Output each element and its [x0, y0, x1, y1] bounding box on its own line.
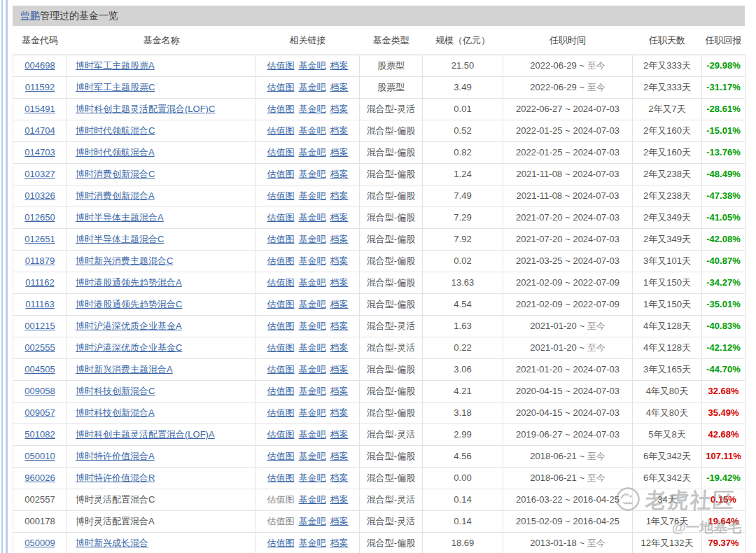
fund-code-link[interactable]: 011163 [25, 299, 54, 309]
fund-name-link[interactable]: 博时港股通领先趋势混合C [76, 299, 182, 309]
fund-name-link[interactable]: 博时新兴消费主题混合A [76, 364, 173, 374]
valuation-chart-link[interactable]: 估值图 [267, 321, 295, 331]
fund-code-link[interactable]: 014704 [24, 125, 55, 136]
fund-name-link[interactable]: 博时科创主题灵活配置混合(LOF)C [76, 104, 215, 114]
fund-name-link[interactable]: 博时沪港深优质企业基金C [76, 342, 182, 353]
fund-code-link[interactable]: 009058 [24, 386, 55, 396]
fund-bar-link[interactable]: 基金吧 [299, 364, 326, 374]
fund-bar-link[interactable]: 基金吧 [299, 60, 326, 71]
fund-bar-link[interactable]: 基金吧 [299, 516, 326, 526]
fund-name-link[interactable]: 博时军工主题股票A [76, 60, 155, 71]
fund-bar-link[interactable]: 基金吧 [299, 255, 326, 266]
fund-bar-link[interactable]: 基金吧 [299, 494, 326, 505]
fund-code-link[interactable]: 002555 [24, 342, 55, 353]
valuation-chart-link[interactable]: 估值图 [267, 342, 295, 353]
valuation-chart-link[interactable]: 估值图 [267, 212, 295, 223]
fund-archive-link[interactable]: 档案 [330, 82, 349, 92]
fund-bar-link[interactable]: 基金吧 [299, 82, 326, 92]
fund-code-link[interactable]: 960026 [24, 472, 55, 483]
fund-bar-link[interactable]: 基金吧 [299, 169, 326, 179]
fund-bar-link[interactable]: 基金吧 [299, 386, 326, 396]
valuation-chart-link[interactable]: 估值图 [267, 82, 295, 92]
fund-code-link[interactable]: 015491 [24, 104, 55, 114]
fund-name-link[interactable]: 博时消费创新混合C [76, 169, 155, 179]
fund-bar-link[interactable]: 基金吧 [299, 538, 326, 548]
fund-code-link[interactable]: 501082 [24, 429, 55, 440]
fund-archive-link[interactable]: 档案 [330, 407, 349, 418]
fund-archive-link[interactable]: 档案 [330, 255, 349, 266]
fund-archive-link[interactable]: 档案 [330, 321, 349, 331]
valuation-chart-link[interactable]: 估值图 [267, 538, 295, 548]
fund-archive-link[interactable]: 档案 [330, 169, 349, 179]
fund-archive-link[interactable]: 档案 [330, 277, 349, 288]
valuation-chart-link[interactable]: 估值图 [267, 277, 295, 288]
valuation-chart-link[interactable]: 估值图 [267, 234, 295, 244]
fund-bar-link[interactable]: 基金吧 [299, 451, 326, 461]
fund-code-link[interactable]: 014703 [24, 147, 55, 158]
fund-archive-link[interactable]: 档案 [330, 364, 349, 374]
valuation-chart-link[interactable]: 估值图 [267, 147, 295, 158]
valuation-chart-link[interactable]: 估值图 [267, 364, 295, 374]
fund-name-link[interactable]: 博时港股通领先趋势混合A [76, 277, 182, 288]
fund-name-link[interactable]: 博时半导体主题混合A [76, 212, 164, 223]
fund-archive-link[interactable]: 档案 [330, 125, 349, 136]
fund-archive-link[interactable]: 档案 [330, 60, 349, 71]
fund-name-link[interactable]: 博时科技创新混合A [76, 407, 155, 418]
fund-code-link[interactable]: 001215 [24, 321, 55, 331]
fund-archive-link[interactable]: 档案 [330, 429, 349, 440]
fund-archive-link[interactable]: 档案 [330, 342, 349, 353]
fund-archive-link[interactable]: 档案 [330, 299, 349, 309]
valuation-chart-link[interactable]: 估值图 [267, 169, 295, 179]
fund-name-link[interactable]: 博时半导体主题混合C [76, 234, 164, 244]
fund-bar-link[interactable]: 基金吧 [299, 234, 326, 244]
valuation-chart-link[interactable]: 估值图 [267, 429, 295, 440]
fund-bar-link[interactable]: 基金吧 [299, 190, 326, 201]
valuation-chart-link[interactable]: 估值图 [267, 255, 295, 266]
fund-name-link[interactable]: 博时特许价值混合R [76, 472, 155, 483]
fund-name-link[interactable]: 博时特许价值混合A [76, 451, 155, 461]
fund-archive-link[interactable]: 档案 [330, 516, 349, 526]
fund-bar-link[interactable]: 基金吧 [299, 472, 326, 483]
fund-name-link[interactable]: 博时时代领航混合A [76, 147, 155, 158]
fund-archive-link[interactable]: 档案 [330, 147, 349, 158]
valuation-chart-link[interactable]: 估值图 [267, 451, 295, 461]
fund-name-link[interactable]: 博时新兴成长混合 [76, 538, 148, 548]
fund-archive-link[interactable]: 档案 [330, 386, 349, 396]
fund-archive-link[interactable]: 档案 [330, 212, 349, 223]
fund-code-link[interactable]: 010326 [24, 190, 55, 201]
fund-bar-link[interactable]: 基金吧 [299, 125, 326, 136]
fund-code-link[interactable]: 004698 [24, 60, 55, 71]
fund-code-link[interactable]: 012650 [24, 212, 55, 223]
fund-code-link[interactable]: 050010 [24, 451, 55, 461]
fund-bar-link[interactable]: 基金吧 [299, 321, 326, 331]
valuation-chart-link[interactable]: 估值图 [267, 386, 295, 396]
fund-name-link[interactable]: 博时新兴消费主题混合C [76, 255, 173, 266]
fund-code-link[interactable]: 011592 [25, 82, 55, 92]
valuation-chart-link[interactable]: 估值图 [267, 299, 295, 309]
fund-bar-link[interactable]: 基金吧 [299, 212, 326, 223]
valuation-chart-link[interactable]: 估值图 [267, 472, 295, 483]
fund-bar-link[interactable]: 基金吧 [299, 429, 326, 440]
fund-archive-link[interactable]: 档案 [330, 190, 349, 201]
fund-archive-link[interactable]: 档案 [330, 494, 349, 505]
fund-archive-link[interactable]: 档案 [330, 472, 349, 483]
fund-name-link[interactable]: 博时军工主题股票C [76, 82, 155, 92]
fund-bar-link[interactable]: 基金吧 [299, 147, 326, 158]
valuation-chart-link[interactable]: 估值图 [267, 125, 295, 136]
fund-name-link[interactable]: 博时消费创新混合A [76, 190, 155, 201]
fund-code-link[interactable]: 010327 [24, 169, 55, 179]
fund-bar-link[interactable]: 基金吧 [299, 407, 326, 418]
fund-name-link[interactable]: 博时科技创新混合C [76, 386, 155, 396]
fund-code-link[interactable]: 009057 [24, 407, 55, 418]
fund-code-link[interactable]: 050009 [24, 538, 55, 548]
fund-code-link[interactable]: 011879 [25, 255, 55, 266]
valuation-chart-link[interactable]: 估值图 [267, 190, 295, 201]
fund-bar-link[interactable]: 基金吧 [299, 277, 326, 288]
fund-archive-link[interactable]: 档案 [330, 538, 349, 548]
fund-name-link[interactable]: 博时科创主题灵活配置混合(LOF)A [76, 429, 215, 440]
manager-link[interactable]: 曾鹏 [20, 10, 40, 21]
fund-bar-link[interactable]: 基金吧 [299, 104, 326, 114]
fund-code-link[interactable]: 011162 [25, 277, 54, 288]
fund-archive-link[interactable]: 档案 [330, 234, 349, 244]
valuation-chart-link[interactable]: 估值图 [267, 407, 295, 418]
